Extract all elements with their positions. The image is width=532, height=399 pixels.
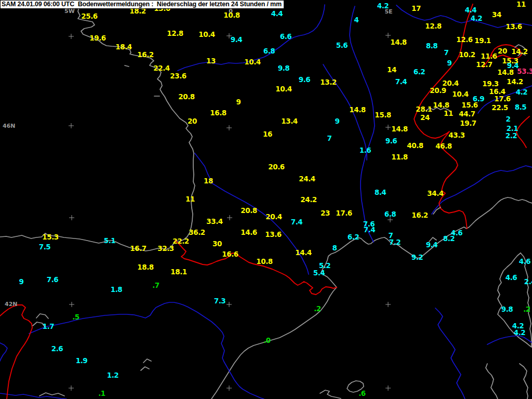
station-precipitation-value: 7.4 xyxy=(395,77,407,86)
station-precipitation-value: 14.8 xyxy=(391,125,407,133)
station-precipitation-value: 16.6 xyxy=(222,250,238,258)
station-precipitation-value: 24.4 xyxy=(299,175,315,183)
station-precipitation-value: 20.8 xyxy=(178,92,194,101)
station-precipitation-value: 11 xyxy=(185,195,195,203)
station-precipitation-value: 7.2 xyxy=(389,238,401,246)
station-precipitation-value: 6.8 xyxy=(384,210,396,218)
station-precipitation-value: 24.2 xyxy=(300,195,316,204)
station-precipitation-value: .1 xyxy=(98,389,105,397)
station-precipitation-value: 4 xyxy=(354,16,359,24)
station-precipitation-value: .6 xyxy=(358,389,366,397)
station-precipitation-value: 16.2 xyxy=(137,50,153,59)
station-precipitation-value: 4.2 xyxy=(516,88,528,96)
station-precipitation-value: 24 xyxy=(420,113,430,122)
station-precipitation-value: 20.9 xyxy=(430,86,446,95)
station-precipitation-value: 9 xyxy=(19,277,24,286)
station-precipitation-value: 5.6 xyxy=(336,41,348,49)
station-precipitation-value: 10.4 xyxy=(198,30,215,38)
station-precipitation-value: 14.2 xyxy=(507,77,523,86)
station-precipitation-value: 15.6 xyxy=(461,101,477,109)
station-precipitation-value: 18.4 xyxy=(115,43,131,51)
station-precipitation-value: 6.2 xyxy=(348,233,360,241)
station-precipitation-value: .0 xyxy=(263,336,271,344)
station-precipitation-value: 22.5 xyxy=(491,103,508,112)
station-precipitation-value: 9.4 xyxy=(231,35,243,44)
station-precipitation-value: 16.8 xyxy=(210,109,226,117)
station-precipitation-value: 10.4 xyxy=(275,85,291,93)
weather-map: 5W05E46N42N25.618.213.619.612.818.416.22… xyxy=(0,0,532,399)
station-precipitation-value: 15.3 xyxy=(42,233,58,241)
station-precipitation-value: 13.6 xyxy=(506,22,522,31)
station-precipitation-value: 9.8 xyxy=(501,305,513,313)
station-precipitation-value: 6.6 xyxy=(280,32,292,41)
station-precipitation-value: 1.2 xyxy=(107,371,119,379)
station-precipitation-value: 11 xyxy=(444,109,453,117)
station-precipitation-value: 5.4 xyxy=(313,269,325,277)
station-precipitation-value: 10.2 xyxy=(459,50,475,59)
station-precipitation-value: 12.8 xyxy=(425,22,441,30)
station-precipitation-value: 13.2 xyxy=(320,78,336,86)
station-precipitation-value: 9.2 xyxy=(411,253,423,261)
station-precipitation-value: 10.4 xyxy=(452,90,468,98)
station-precipitation-value: 6.8 xyxy=(263,47,275,55)
station-precipitation-value: 7.6 xyxy=(47,275,59,284)
weather-map-screen: 5W05E46N42N25.618.213.619.612.818.416.22… xyxy=(0,0,532,399)
station-precipitation-value: 1.8 xyxy=(111,285,123,294)
station-precipitation-value: 5.1 xyxy=(104,236,116,245)
grid-latitude-label: 42N xyxy=(5,301,18,308)
station-precipitation-value: 23.6 xyxy=(170,72,186,80)
station-precipitation-value: 4.2 xyxy=(514,328,526,337)
station-precipitation-value: 34 xyxy=(492,10,501,19)
station-precipitation-value: 17.6 xyxy=(494,95,510,103)
station-precipitation-value: 25.6 xyxy=(81,12,97,20)
station-precipitation-value: 19.3 xyxy=(482,79,498,88)
station-precipitation-value: 2 xyxy=(506,115,511,123)
station-precipitation-value: 8.5 xyxy=(515,103,527,111)
station-precipitation-value: 12.8 xyxy=(167,29,183,37)
station-precipitation-value: 34.4 xyxy=(427,189,443,197)
station-precipitation-value: 10.8 xyxy=(223,11,240,19)
station-precipitation-value: 10.4 xyxy=(244,58,260,66)
station-precipitation-value: 32.3 xyxy=(157,244,174,252)
station-precipitation-value: 14.8 xyxy=(497,68,513,76)
station-precipitation-value: .5 xyxy=(72,313,79,321)
station-precipitation-value: 14.8 xyxy=(349,105,365,114)
station-precipitation-value: 46.8 xyxy=(435,142,451,150)
station-precipitation-value: 12.6 xyxy=(456,35,472,44)
station-precipitation-value: 9.6 xyxy=(299,75,311,84)
station-precipitation-value: 4.2 xyxy=(471,14,483,22)
station-precipitation-value: 11 xyxy=(516,0,526,8)
station-precipitation-value: 19.7 xyxy=(460,119,476,127)
station-precipitation-value: 9 xyxy=(236,98,241,106)
station-precipitation-value: 7.5 xyxy=(39,243,51,251)
station-precipitation-value: 20 xyxy=(498,47,507,55)
station-precipitation-value: 4.4 xyxy=(271,9,283,18)
station-precipitation-value: 19.6 xyxy=(89,34,105,42)
station-precipitation-value: 14.2 xyxy=(511,47,527,56)
grid-latitude-label: 46N xyxy=(3,123,16,129)
station-precipitation-value: 4.2 xyxy=(377,2,389,10)
station-precipitation-value: 16.7 xyxy=(130,244,146,252)
station-precipitation-value: 9 xyxy=(335,117,340,125)
station-precipitation-value: 30 xyxy=(212,240,222,248)
station-precipitation-value: .2 xyxy=(523,305,530,313)
station-precipitation-value: 1.6 xyxy=(360,146,371,154)
station-precipitation-value: 8 xyxy=(332,244,337,252)
station-precipitation-value: 16.2 xyxy=(411,211,428,219)
station-precipitation-value: 14.8 xyxy=(390,38,406,46)
station-precipitation-value: 8.8 xyxy=(426,42,438,50)
station-precipitation-value: 44.7 xyxy=(459,110,475,118)
station-precipitation-value: 1.9 xyxy=(76,356,88,365)
station-precipitation-value: 11.8 xyxy=(391,153,407,161)
station-precipitation-value: 15.8 xyxy=(375,111,391,119)
station-precipitation-value: .2 xyxy=(314,304,321,313)
station-precipitation-value: 2.2 xyxy=(506,131,517,140)
station-precipitation-value: 28.1 xyxy=(416,105,432,113)
station-precipitation-value: 19.1 xyxy=(474,36,490,45)
station-precipitation-value: 17 xyxy=(411,4,421,12)
station-precipitation-value: 2.6 xyxy=(51,344,63,353)
station-precipitation-value: 20.6 xyxy=(268,163,284,171)
station-precipitation-value: 1.7 xyxy=(43,322,55,330)
station-precipitation-value: 40.8 xyxy=(407,141,423,150)
station-precipitation-value: 4.4 xyxy=(465,6,477,14)
